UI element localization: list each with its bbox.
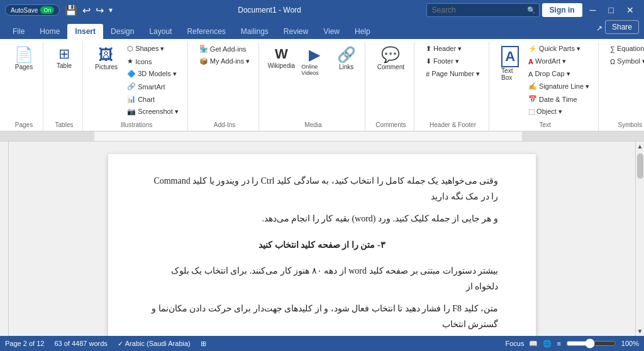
chart-label: Chart (138, 96, 155, 103)
header-button[interactable]: ⬆ Header ▾ (422, 43, 484, 55)
wordart-button[interactable]: A WordArt ▾ (525, 55, 593, 67)
get-addins-button[interactable]: 🏪 Get Add-ins (196, 43, 253, 55)
symbol-button[interactable]: Ω Symbol ▾ (606, 55, 644, 67)
screenshot-button[interactable]: 📷 Screenshot ▾ (123, 106, 182, 118)
close-button[interactable]: ✕ (621, 4, 639, 16)
scroll-up-button[interactable]: ▲ (636, 142, 644, 151)
illustrations-group-label: Illustrations (121, 119, 153, 128)
title-bar: AutoSave On 💾 ↩ ↪ ▾ Document1 - Word 🔍 S… (0, 0, 644, 20)
chart-button[interactable]: 📊 Chart (123, 93, 182, 105)
textbox-label: Text Box (501, 67, 519, 81)
text-col: ⚡ Quick Parts ▾ A WordArt ▾ A Drop Cap ▾… (525, 43, 593, 118)
tab-view[interactable]: View (316, 24, 347, 39)
redo-icon[interactable]: ↪ (96, 4, 104, 16)
restore-button[interactable]: □ (604, 4, 619, 16)
media-group-label: Media (304, 119, 321, 128)
tab-insert[interactable]: Insert (67, 24, 103, 39)
focus-label[interactable]: Focus (505, 340, 524, 347)
autosave-toggle[interactable]: AutoSave On (5, 4, 60, 16)
pages-button[interactable]: 📄 Pages (10, 43, 38, 74)
scroll-thumb[interactable] (637, 153, 643, 179)
icons-button[interactable]: ★ Icons (123, 55, 182, 67)
wordart-icon: A (528, 58, 533, 65)
screenshot-icon: 📷 (127, 108, 136, 116)
comment-label: Comment (377, 64, 404, 70)
tab-file[interactable]: File (5, 24, 32, 39)
language-label: Arabic (Saudi Arabia) (125, 340, 191, 347)
smartart-button[interactable]: 🔗 SmartArt (123, 81, 182, 92)
footer-button[interactable]: ⬇ Footer ▾ (422, 55, 484, 67)
zoom-slider[interactable] (566, 338, 616, 348)
tab-mailings[interactable]: Mailings (233, 24, 276, 39)
tab-design[interactable]: Design (103, 24, 142, 39)
tables-items: ⊞ Table (51, 43, 77, 72)
search-input[interactable] (426, 3, 540, 17)
tab-help[interactable]: Help (347, 24, 378, 39)
links-button[interactable]: 🔗 Links (333, 43, 360, 79)
ribbon-group-media: W Wikipedia ▶ Online Videos 🔗 Links Medi… (262, 42, 365, 131)
more-icon[interactable]: ▾ (109, 6, 113, 14)
quick-parts-button[interactable]: ⚡ Quick Parts ▾ (525, 43, 593, 55)
view-web-icon[interactable]: 🌐 (543, 340, 552, 348)
wikipedia-icon: W (275, 46, 288, 62)
undo-icon[interactable]: ↩ (82, 4, 91, 16)
get-addins-label: Get Add-ins (210, 45, 246, 53)
my-addins-label: My Add-ins ▾ (210, 57, 250, 65)
doc-area: وقتی می‌خواهید یک جمله کامل را انتخاب کن… (9, 142, 635, 336)
sign-in-button[interactable]: Sign in (542, 3, 582, 17)
status-left: Page 2 of 12 63 of 4487 words ✓ Arabic (… (5, 340, 206, 348)
document-title: Document1 - Word (238, 6, 301, 14)
signature-button[interactable]: ✍ Signature Line ▾ (525, 81, 593, 92)
wikipedia-button[interactable]: W Wikipedia (267, 43, 296, 79)
share-button[interactable]: Share (605, 20, 639, 34)
view-outline-icon[interactable]: ≡ (557, 340, 560, 347)
online-videos-icon: ▶ (309, 46, 320, 64)
heading-1: ۳- متن را از صفحه کلید انتخاب کنید (146, 237, 498, 253)
search-wrapper: 🔍 (426, 3, 540, 17)
icons-label: Icons (135, 58, 152, 65)
signature-icon: ✍ (528, 82, 537, 91)
header-label: Header ▾ (433, 45, 462, 53)
ribbon-group-pages: 📄 Pages Pages (5, 42, 43, 131)
table-label: Table (57, 62, 72, 69)
online-videos-button[interactable]: ▶ Online Videos (297, 43, 331, 79)
links-label: Links (339, 64, 353, 70)
dropcap-label: Drop Cap ▾ (535, 70, 570, 78)
tab-layout[interactable]: Layout (142, 24, 179, 39)
screenshot-label: Screenshot ▾ (138, 108, 179, 116)
tab-home[interactable]: Home (32, 24, 67, 39)
textbox-button[interactable]: A Text Box (497, 43, 523, 118)
textbox-icon: A (501, 46, 519, 67)
comment-button[interactable]: 💬 Comment (373, 43, 409, 74)
3d-models-button[interactable]: 🔷 3D Models ▾ (123, 68, 182, 80)
links-icon: 🔗 (337, 46, 356, 64)
tab-references[interactable]: References (179, 24, 233, 39)
my-addins-button[interactable]: 📦 My Add-ins ▾ (196, 55, 253, 67)
page-number-button[interactable]: # Page Number ▾ (422, 68, 484, 80)
tab-review[interactable]: Review (276, 24, 316, 39)
shapes-button[interactable]: ⬡ Shapes ▾ (123, 43, 182, 55)
ribbon-group-text: A Text Box ⚡ Quick Parts ▾ A WordArt ▾ A… (492, 42, 599, 131)
pictures-button[interactable]: 🖼 Pictures (91, 43, 122, 118)
media-items: W Wikipedia ▶ Online Videos 🔗 Links (267, 43, 359, 79)
page-number-icon: # (426, 70, 430, 78)
icons-icon: ★ (127, 57, 133, 65)
minimize-button[interactable]: ─ (585, 4, 601, 16)
zoom-level: 100% (621, 340, 639, 347)
comments-group-label: Comments (375, 119, 406, 128)
scroll-down-button[interactable]: ▼ (636, 326, 644, 336)
datetime-button[interactable]: 📅 Date & Time (525, 93, 593, 105)
dropcap-button[interactable]: A Drop Cap ▾ (525, 68, 593, 80)
table-button[interactable]: ⊞ Table (51, 43, 77, 72)
equation-button[interactable]: ∑ Equation ▾ (606, 43, 644, 55)
hf-group-label: Header & Footer (430, 119, 476, 128)
word-count: 63 of 4487 words (54, 340, 107, 347)
view-print-icon[interactable]: 📖 (529, 340, 538, 348)
autosave-state: On (40, 6, 54, 14)
status-bar: Page 2 of 12 63 of 4487 words ✓ Arabic (… (0, 336, 644, 351)
save-icon[interactable]: 💾 (65, 4, 77, 16)
smartart-icon: 🔗 (127, 82, 136, 91)
para-2: و هر جایی از جمله کلیک کنید. ورد (word) … (146, 211, 498, 226)
object-button[interactable]: ⬚ Object ▾ (525, 106, 593, 118)
ribbon-group-header-footer: ⬆ Header ▾ ⬇ Footer ▾ # Page Number ▾ He… (417, 42, 489, 131)
